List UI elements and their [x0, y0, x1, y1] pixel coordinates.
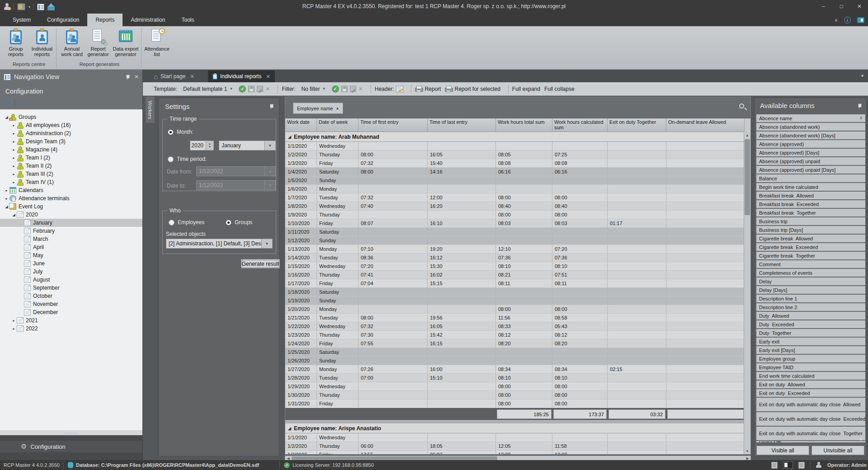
group-reports-button[interactable]: Group reports: [3, 26, 29, 60]
close-button[interactable]: ✕: [854, 2, 865, 11]
pin-icon[interactable]: [125, 74, 130, 80]
attendance-list-button[interactable]: Attendance list: [144, 26, 170, 60]
scroll-up-icon[interactable]: ▲: [744, 132, 750, 138]
report-button[interactable]: Report: [415, 86, 441, 92]
collapsed-icon[interactable]: ▸: [11, 156, 17, 160]
pin-icon[interactable]: [269, 103, 274, 109]
collapsed-icon[interactable]: ▸: [4, 197, 9, 201]
close-tab-icon[interactable]: ✕: [190, 74, 194, 80]
menu-tab-reports[interactable]: Reports: [87, 14, 123, 26]
generate-result-button[interactable]: Generate result: [241, 259, 280, 268]
tab-individual-reports[interactable]: Individual reports✕: [208, 70, 275, 82]
collapsed-icon[interactable]: ▸: [11, 140, 17, 144]
date-to-input[interactable]: 1/12/2022: [196, 180, 265, 190]
available-column-item[interactable]: Abcence name∧: [756, 114, 865, 122]
available-column-item[interactable]: Business trip [Days]: [756, 226, 865, 234]
menu-tab-configuration[interactable]: Configuration: [39, 14, 87, 26]
delete-filter-icon[interactable]: ✕: [359, 86, 363, 92]
available-column-item[interactable]: Begin work time calculated: [756, 183, 865, 191]
annual-work-card-button[interactable]: Annual work card: [59, 26, 85, 60]
collapsed-icon[interactable]: ▸: [11, 327, 17, 331]
table-row[interactable]: 1/6/2020Monday: [285, 185, 745, 193]
layout-icon[interactable]: [857, 17, 864, 23]
tree-item-team-ii-2-[interactable]: ▸Team II (2): [0, 162, 142, 170]
tree-item-february[interactable]: February: [0, 227, 142, 235]
tree-item-calendars[interactable]: ▸Calendars: [0, 186, 142, 194]
tree-item-august[interactable]: August: [0, 276, 142, 284]
table-row[interactable]: 1/24/2020Friday07:5516:1508:2008:20: [285, 339, 745, 348]
grid-vertical-scrollbar[interactable]: ▲ ▼: [744, 132, 750, 454]
available-column-item[interactable]: Comment: [756, 260, 865, 268]
group-row-header[interactable]: ◢Employee name: Arispe Anastatio: [285, 423, 745, 433]
full-expand-button[interactable]: Full expand: [512, 86, 540, 92]
column-header-1[interactable]: Date of week: [317, 118, 359, 132]
pin-icon[interactable]: [857, 103, 862, 109]
table-row[interactable]: 1/13/2020Monday07:1019:2012:1007:20: [285, 245, 745, 254]
tree-item-july[interactable]: July: [0, 268, 142, 276]
available-column-item[interactable]: Balance: [756, 174, 865, 182]
available-column-item[interactable]: Exit on duty Allowed: [756, 381, 865, 388]
available-column-item[interactable]: Duty Exceeded: [756, 320, 865, 328]
available-column-item[interactable]: Cigarette break Exceeded: [756, 243, 865, 251]
table-row[interactable]: 1/19/2020Sunday: [285, 296, 745, 305]
table-row[interactable]: 1/1/2020Wednesday: [285, 433, 745, 442]
edit-template-icon[interactable]: [257, 86, 263, 92]
expanded-icon[interactable]: ◢: [11, 213, 17, 217]
table-row[interactable]: 1/5/2020Sunday: [285, 176, 745, 185]
table-row[interactable]: 1/3/2020Friday17:5506:0312:0812:00: [285, 451, 745, 454]
table-row[interactable]: 1/17/2020Friday07:0415:1508:1108:11: [285, 279, 745, 288]
tree-item-2020[interactable]: ◢2020: [0, 211, 142, 219]
expanded-icon[interactable]: ◢: [288, 426, 291, 431]
table-row[interactable]: 1/4/2020Saturday08:0014:1606:1606:16: [285, 168, 745, 176]
panel-splitter[interactable]: ······: [0, 430, 142, 435]
apply-filter-icon[interactable]: ✓: [332, 85, 339, 93]
visible-all-button[interactable]: Visible all: [756, 446, 809, 455]
table-row[interactable]: 1/29/2020Wednesday08:0008:00: [285, 382, 745, 391]
minimize-button[interactable]: –: [817, 2, 829, 11]
collapsed-icon[interactable]: ▸: [4, 188, 9, 193]
tree-item-june[interactable]: June: [0, 259, 142, 268]
available-column-item[interactable]: Description line 2: [756, 303, 865, 311]
table-row[interactable]: 1/25/2020Saturday: [285, 348, 745, 357]
available-column-item[interactable]: Description line 1: [756, 295, 865, 302]
tree-item-may[interactable]: May: [0, 251, 142, 259]
available-column-item[interactable]: Exit on duty with automatic day close Ex…: [756, 412, 865, 426]
collapsed-icon[interactable]: ▸: [11, 164, 17, 168]
selected-objects-arrow-icon[interactable]: ▼: [262, 239, 273, 249]
tree-item-april[interactable]: April: [0, 243, 142, 251]
collapse-ribbon-icon[interactable]: ∧: [835, 18, 838, 23]
tab-list-chevron-icon[interactable]: ▼: [860, 74, 864, 78]
available-column-item[interactable]: Absence (abandoned work): [756, 123, 865, 131]
tree-item-january[interactable]: January: [0, 219, 142, 227]
close-icon[interactable]: ✕: [134, 74, 139, 80]
table-row[interactable]: 1/8/2020Wednesday07:4016:2008:4008:40: [285, 202, 745, 211]
table-row[interactable]: 1/1/2020Wednesday: [285, 142, 745, 150]
full-collapse-button[interactable]: Full collapse: [544, 86, 575, 92]
tab-start-page[interactable]: ⌂Start page✕: [149, 70, 199, 82]
available-column-item[interactable]: Home Offi: [756, 441, 865, 442]
edit-header-icon[interactable]: [396, 86, 403, 92]
table-row[interactable]: 1/23/2020Thursday07:3015:4208:1208:12: [285, 331, 745, 339]
available-column-item[interactable]: Exit on duty with automatic day close Al…: [756, 398, 865, 411]
table-row[interactable]: 1/20/2020Monday08:0008:00: [285, 305, 745, 314]
delete-template-icon[interactable]: ✕: [265, 86, 270, 92]
available-column-item[interactable]: Breakfast break Together: [756, 209, 865, 216]
event-buffer-icon[interactable]: [798, 462, 805, 469]
available-column-item[interactable]: Business trip: [756, 217, 865, 225]
selected-objects-select[interactable]: [2] Administraction, [1] Default, [3] De…: [166, 239, 262, 249]
employees-radio[interactable]: [169, 220, 175, 226]
available-column-item[interactable]: Absence (abandoned work) [Days]: [756, 132, 865, 139]
template-dropdown[interactable]: Default template 1▼: [181, 85, 235, 93]
table-row[interactable]: 1/14/2020Tuesday08:3616:1207:3607:36: [285, 254, 745, 262]
maximize-button[interactable]: □: [835, 2, 847, 11]
year-stepper[interactable]: ▲▼: [206, 141, 214, 150]
tree-item-2022[interactable]: ▸2022: [0, 324, 142, 333]
tree-item-september[interactable]: September: [0, 284, 142, 292]
data-export-generator-button[interactable]: Data export generator: [111, 26, 140, 60]
menu-tab-system[interactable]: System: [5, 14, 39, 26]
table-row[interactable]: 1/7/2020Tuesday07:3212:0008:0008:00: [285, 193, 745, 202]
tree-item-march[interactable]: March: [0, 235, 142, 243]
collapsed-icon[interactable]: ▸: [11, 319, 17, 323]
column-header-6[interactable]: Exit on duty Together: [608, 118, 666, 132]
tree-item-team-iii-2-[interactable]: ▸Team III (2): [0, 170, 142, 178]
